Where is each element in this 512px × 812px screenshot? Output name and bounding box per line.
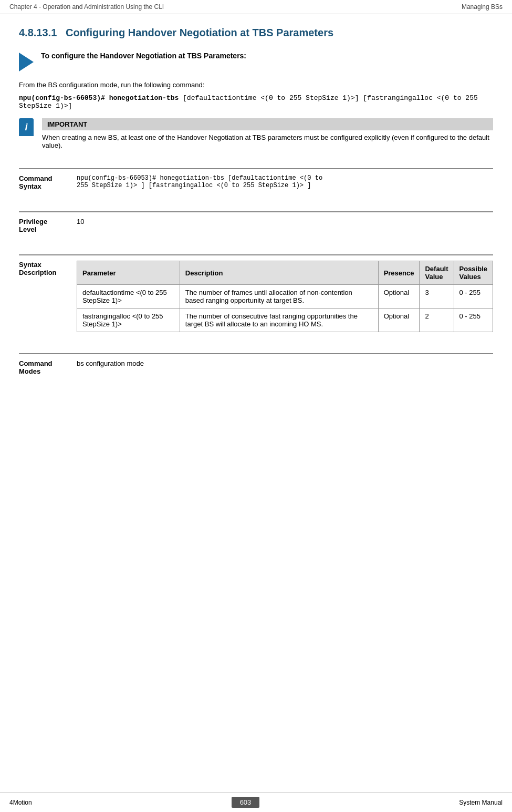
main-content: 4.8.13.1 Configuring Handover Negotiatio… — [0, 14, 512, 405]
command-bold: npu(config-bs-66053)# honegotiation-tbs — [19, 94, 179, 102]
important-block: IMPORTANT When creating a new BS, at lea… — [19, 118, 493, 149]
command-syntax-label: CommandSyntax — [19, 174, 77, 190]
important-header: IMPORTANT — [42, 118, 493, 130]
page-header: Chapter 4 - Operation and Administration… — [0, 0, 512, 14]
cell-default: 3 — [420, 285, 454, 309]
section-title: 4.8.13.1 Configuring Handover Negotiatio… — [19, 27, 493, 39]
cell-parameter: defaultactiontime <(0 to 255 StepSize 1)… — [77, 285, 180, 309]
col-parameter: Parameter — [77, 261, 180, 285]
instruction-block: To configure the Handover Negotiation at… — [19, 52, 493, 71]
syntax-table: Parameter Description Presence DefaultVa… — [77, 261, 493, 332]
command-modes-row: CommandModes bs configuration mode — [19, 353, 493, 375]
cell-parameter: fastrangingalloc <(0 to 255 StepSize 1)> — [77, 309, 180, 332]
cell-presence: Optional — [378, 309, 420, 332]
important-icon — [19, 118, 36, 139]
privilege-level-row: PrivilegeLevel 10 — [19, 211, 493, 233]
important-content: IMPORTANT When creating a new BS, at lea… — [42, 118, 493, 149]
cell-presence: Optional — [378, 285, 420, 309]
cell-possible: 0 - 255 — [454, 309, 493, 332]
col-description: Description — [180, 261, 378, 285]
command-modes-value: bs configuration mode — [77, 359, 493, 367]
syntax-table-wrapper: Parameter Description Presence DefaultVa… — [77, 261, 493, 332]
command-modes-label: CommandModes — [19, 359, 77, 375]
blue-arrow-icon — [19, 53, 34, 71]
cell-default: 2 — [420, 309, 454, 332]
page-footer: 4Motion 603 System Manual — [0, 792, 512, 812]
col-presence: Presence — [378, 261, 420, 285]
syntax-bold: npu(config-bs-66053)# honegotiation-tbs — [77, 174, 224, 182]
privilege-label: PrivilegeLevel — [19, 218, 77, 233]
footer-left: 4Motion — [9, 799, 32, 806]
command-syntax-value: npu(config-bs-66053)# honegotiation-tbs … — [77, 174, 493, 189]
table-header-row: Parameter Description Presence DefaultVa… — [77, 261, 493, 285]
header-right: Managing BSs — [462, 3, 503, 11]
footer-right: System Manual — [459, 799, 503, 806]
header-left: Chapter 4 - Operation and Administration… — [9, 3, 164, 11]
syntax-desc-label: SyntaxDescription — [19, 261, 77, 276]
cell-possible: 0 - 255 — [454, 285, 493, 309]
table-row: fastrangingalloc <(0 to 255 StepSize 1)>… — [77, 309, 493, 332]
instruction-text: To configure the Handover Negotiation at… — [41, 52, 246, 60]
info-icon — [19, 118, 34, 136]
important-body: When creating a new BS, at least one of … — [42, 133, 493, 149]
col-default: DefaultValue — [420, 261, 454, 285]
footer-center: 603 — [232, 797, 260, 808]
table-row: defaultactiontime <(0 to 255 StepSize 1)… — [77, 285, 493, 309]
command-syntax-row: CommandSyntax npu(config-bs-66053)# hone… — [19, 168, 493, 190]
col-possible: PossibleValues — [454, 261, 493, 285]
cell-description: The number of consecutive fast ranging o… — [180, 309, 378, 332]
cell-description: The number of frames until allocation of… — [180, 285, 378, 309]
command-text: npu(config-bs-66053)# honegotiation-tbs … — [19, 94, 493, 110]
syntax-description-section: SyntaxDescription Parameter Description … — [19, 254, 493, 332]
privilege-value: 10 — [77, 218, 493, 225]
body-paragraph: From the BS configuration mode, run the … — [19, 81, 493, 89]
